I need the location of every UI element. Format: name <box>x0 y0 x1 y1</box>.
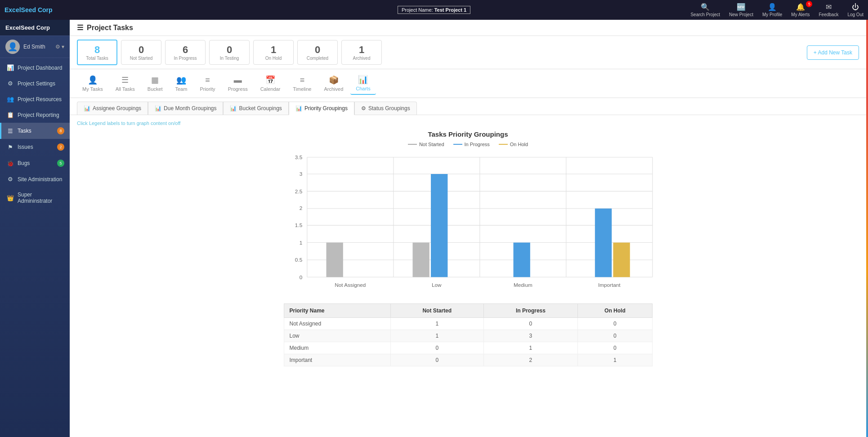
search-project-nav[interactable]: 🔍 Search Project <box>690 3 720 17</box>
profile-icon: 👤 <box>768 3 777 11</box>
username: Ed Smith <box>23 44 52 50</box>
charts-icon: 📊 <box>358 75 368 85</box>
app-title: ExcelSeed Corp <box>4 6 690 13</box>
tab-label: Priority <box>200 86 215 92</box>
feedback-nav[interactable]: ✉ Feedback <box>819 3 838 17</box>
on-hold-val: 1 <box>578 354 652 366</box>
view-tabs: 👤 My Tasks ☰ All Tasks ▦ Bucket 👥 Team ≡… <box>70 69 866 98</box>
tab-team[interactable]: 👥 Team <box>170 72 192 94</box>
sidebar-nav: 📊 Project Dashboard ⚙ Project Settings 👥… <box>0 58 70 437</box>
stat-completed[interactable]: 0 Completed <box>297 40 338 65</box>
svg-text:Important: Important <box>598 282 621 288</box>
sidebar-item-tasks[interactable]: ☰ Tasks 8 <box>0 123 70 139</box>
sidebar-item-bugs[interactable]: 🐞 Bugs 5 <box>0 155 70 171</box>
settings-icon[interactable]: ⚙ ▾ <box>55 44 64 50</box>
alerts-icon: 🔔 <box>796 3 805 11</box>
in-progress-val: 3 <box>483 330 578 342</box>
logout-nav[interactable]: ⏻ Log Out <box>847 3 864 17</box>
tasks-badge: 8 <box>57 127 64 134</box>
svg-text:Medium: Medium <box>514 282 532 288</box>
tab-priority[interactable]: ≡ Priority <box>194 73 220 94</box>
progress-icon: ▬ <box>234 76 242 85</box>
stat-archived[interactable]: 1 Archived <box>341 40 382 65</box>
tab-charts[interactable]: 📊 Charts <box>350 72 376 95</box>
top-nav: 🔍 Search Project 🆕 New Project 👤 My Prof… <box>690 3 864 17</box>
legend-color-in-progress <box>453 144 462 145</box>
sidebar-item-super-administrator[interactable]: 👑 Super Admininstrator <box>0 187 70 209</box>
table-header-on-hold: On Hold <box>578 304 652 318</box>
priority-name: Not Assigned <box>284 318 390 330</box>
table-row: Medium 0 1 0 <box>284 342 652 354</box>
bar-low-not-started <box>413 243 430 277</box>
chart-tabs: 📊 Assignee Groupings 📊 Due Month Groupin… <box>70 98 866 115</box>
sidebar-item-project-dashboard[interactable]: 📊 Project Dashboard <box>0 60 70 76</box>
new-project-nav[interactable]: 🆕 New Project <box>729 3 753 17</box>
project-name-badge: Project Name: Test Project 1 <box>398 6 470 14</box>
bar-medium-in-progress <box>514 243 530 277</box>
right-edge-accent <box>866 20 868 437</box>
assignee-chart-icon: 📊 <box>84 105 90 111</box>
tab-archived[interactable]: 📦 Archived <box>318 72 349 94</box>
sidebar-item-project-settings[interactable]: ⚙ Project Settings <box>0 76 70 91</box>
sidebar-item-label: Project Resources <box>18 96 62 103</box>
chart-area: Click Legend labels to turn graph conten… <box>70 115 866 437</box>
chart-tab-due-month[interactable]: 📊 Due Month Groupings <box>148 102 223 115</box>
stat-label: On Hold <box>261 56 286 61</box>
svg-text:Not Assigned: Not Assigned <box>335 282 366 288</box>
stat-on-hold[interactable]: 1 On Hold <box>253 40 294 65</box>
on-hold-val: 0 <box>578 318 652 330</box>
tab-bucket[interactable]: ▦ Bucket <box>142 72 168 94</box>
tab-label: Progress <box>228 86 248 92</box>
sidebar-item-label: Project Settings <box>18 80 55 87</box>
priority-icon: ≡ <box>205 76 210 85</box>
sidebar-item-site-administration[interactable]: ⚙ Site Administration <box>0 171 70 187</box>
new-project-icon: 🆕 <box>737 3 746 11</box>
chart-tab-assignee[interactable]: 📊 Assignee Groupings <box>77 102 148 115</box>
stat-total-tasks[interactable]: 8 Total Tasks <box>77 40 117 65</box>
tab-timeline[interactable]: ≡ Timeline <box>287 73 317 94</box>
tab-progress[interactable]: ▬ Progress <box>223 73 253 94</box>
table-header-in-progress: In Progress <box>483 304 578 318</box>
tab-label: Bucket <box>148 86 163 92</box>
chart-tab-status[interactable]: ⚙ Status Groupings <box>354 102 417 115</box>
chart-tab-bucket[interactable]: 📊 Bucket Groupings <box>223 102 288 115</box>
stat-in-testing[interactable]: 0 In Testing <box>209 40 250 65</box>
table-header-not-started: Not Started <box>390 304 483 318</box>
tab-calendar[interactable]: 📅 Calendar <box>255 72 286 94</box>
legend-label-in-progress: In Progress <box>465 142 490 147</box>
sidebar: ExcelSeed Corp 👤 Ed Smith ⚙ ▾ 📊 Project … <box>0 20 70 437</box>
my-alerts-nav[interactable]: 🔔 5 My Alerts <box>791 3 810 17</box>
sidebar-item-issues[interactable]: ⚑ Issues 2 <box>0 139 70 155</box>
sidebar-item-project-resources[interactable]: 👥 Project Resources <box>0 91 70 107</box>
stat-not-started[interactable]: 0 Not Started <box>121 40 161 65</box>
chart-tab-label: Assignee Groupings <box>93 105 141 111</box>
stat-in-progress[interactable]: 6 In Progress <box>165 40 206 65</box>
top-bar: ExcelSeed Corp Project Name: Test Projec… <box>0 0 868 20</box>
add-new-task-button[interactable]: + Add New Task <box>807 45 859 60</box>
page-title: ☰ Project Tasks <box>77 23 133 32</box>
sidebar-logo: ExcelSeed Corp <box>0 20 70 36</box>
bucket-chart-icon: 📊 <box>230 105 237 111</box>
issues-icon: ⚑ <box>7 144 14 151</box>
my-profile-nav[interactable]: 👤 My Profile <box>762 3 782 17</box>
chart-tab-priority[interactable]: 📊 Priority Groupings <box>289 102 354 115</box>
legend-color-on-hold <box>499 144 508 145</box>
priority-chart-icon: 📊 <box>295 105 302 111</box>
tab-my-tasks[interactable]: 👤 My Tasks <box>77 72 108 94</box>
legend-in-progress[interactable]: In Progress <box>453 142 490 147</box>
logout-label: Log Out <box>847 12 864 17</box>
bugs-badge: 5 <box>57 160 64 167</box>
search-project-label: Search Project <box>690 12 720 17</box>
sidebar-item-label: Site Administration <box>18 176 62 183</box>
tab-all-tasks[interactable]: ☰ All Tasks <box>110 72 140 94</box>
legend-on-hold[interactable]: On Hold <box>499 142 528 147</box>
priority-name: Important <box>284 354 390 366</box>
bucket-icon: ▦ <box>151 75 159 85</box>
sidebar-item-project-reporting[interactable]: 📋 Project Reporting <box>0 107 70 123</box>
stat-label: In Testing <box>217 56 242 61</box>
stat-label: In Progress <box>173 56 198 61</box>
legend-not-started[interactable]: Not Started <box>408 142 444 147</box>
sidebar-item-label: Project Reporting <box>18 112 59 118</box>
table-row: Important 0 2 1 <box>284 354 652 366</box>
svg-text:0.5: 0.5 <box>295 257 303 263</box>
